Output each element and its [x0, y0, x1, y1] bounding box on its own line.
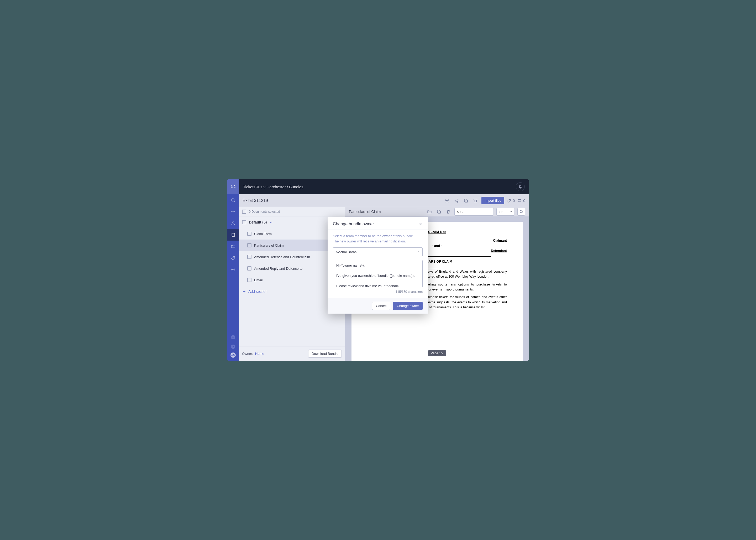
comments-count-value: 0	[523, 199, 525, 203]
download-bundle-button[interactable]: Download Bundle	[308, 349, 342, 358]
page-indicator: Page 1/2	[428, 350, 446, 356]
timeline-icon	[231, 209, 236, 214]
svg-rect-4	[231, 211, 235, 212]
tags-count[interactable]: 0	[507, 199, 515, 203]
doc-claimant-label: Claimant	[493, 238, 507, 243]
svg-rect-16	[465, 200, 468, 202]
document-label: Email	[254, 278, 263, 282]
gear-icon	[231, 267, 236, 272]
change-owner-modal: Change bundle owner Select a team member…	[328, 217, 428, 314]
char-count: 115/150 characters	[333, 290, 423, 294]
tags-count-value: 0	[513, 199, 515, 203]
viewer-toolbar: Particulars of Claim Fit	[345, 207, 529, 216]
owner-label: Owner:	[242, 352, 253, 356]
modal-desc-1: Select a team member to be the owner of …	[333, 233, 423, 239]
search-icon	[519, 209, 523, 214]
search-icon	[231, 198, 236, 202]
change-owner-button[interactable]: Change owner	[393, 302, 423, 310]
notebook-icon	[231, 232, 236, 237]
cancel-button[interactable]: Cancel	[372, 302, 390, 310]
folder-icon	[427, 209, 432, 214]
owner-select[interactable]: Avichai Baras	[333, 247, 423, 256]
zoom-select[interactable]: Fit	[496, 208, 515, 215]
archive-button[interactable]	[472, 197, 479, 204]
nav-tags[interactable]	[227, 252, 239, 264]
modal-close-button[interactable]	[418, 222, 423, 226]
owner-select-value: Avichai Baras	[336, 250, 357, 254]
svg-point-20	[520, 210, 522, 213]
svg-point-5	[232, 222, 234, 223]
breadcrumb[interactable]: TicketsRus v Harchester / Bundles	[243, 185, 303, 189]
document-checkbox[interactable]	[247, 255, 252, 259]
svg-point-18	[509, 200, 510, 200]
viewer-doc-title: Particulars of Claim	[349, 209, 380, 214]
modal-desc-2: The new owner will receive an email noti…	[333, 239, 423, 244]
document-checkbox[interactable]	[247, 243, 252, 247]
nav-search[interactable]	[227, 195, 239, 206]
svg-rect-19	[438, 211, 441, 213]
tag-icon	[507, 199, 511, 203]
svg-point-8	[232, 269, 234, 270]
person-icon	[231, 221, 236, 226]
caret-down-icon	[510, 210, 512, 213]
document-checkbox[interactable]	[247, 266, 252, 271]
nav-people[interactable]	[227, 217, 239, 229]
owner-message-input[interactable]	[333, 260, 423, 287]
document-label: Particulars of Claim	[254, 243, 284, 247]
copy-icon	[464, 198, 468, 203]
svg-text:?: ?	[232, 345, 234, 348]
bundle-title: Exibit 311219	[243, 198, 268, 203]
section-checkbox[interactable]	[242, 220, 246, 224]
nav-folders[interactable]	[227, 241, 239, 252]
copy-icon	[437, 209, 441, 214]
document-checkbox[interactable]	[247, 278, 252, 282]
svg-rect-17	[474, 199, 477, 200]
chevron-up-icon	[269, 220, 273, 224]
caret-down-icon	[417, 251, 420, 253]
tag-icon	[231, 256, 236, 260]
doc-and: - and -	[432, 244, 442, 248]
settings-button[interactable]	[444, 197, 451, 204]
add-section-label: Add section	[248, 289, 268, 294]
document-checkbox[interactable]	[247, 232, 252, 236]
nav-bundles[interactable]	[227, 229, 239, 241]
page-range-input[interactable]	[454, 208, 494, 215]
copy-button[interactable]	[463, 197, 469, 204]
notifications-button[interactable]	[516, 182, 525, 191]
nav-add[interactable]	[227, 334, 239, 341]
plus-circle-icon	[231, 335, 236, 340]
section-name: Default (5)	[249, 220, 267, 224]
document-label: Claim Form	[254, 232, 272, 236]
svg-point-12	[447, 200, 448, 201]
folder-icon	[231, 244, 236, 249]
viewer-search-button[interactable]	[517, 208, 525, 215]
nav-help[interactable]: ?	[227, 343, 239, 350]
help-icon: ?	[231, 344, 236, 349]
modal-title: Change bundle owner	[333, 222, 418, 226]
bell-icon	[518, 185, 522, 189]
viewer-folder-button[interactable]	[426, 208, 433, 215]
nav-settings[interactable]	[227, 264, 239, 275]
share-icon	[454, 198, 459, 203]
close-icon	[418, 222, 423, 226]
app-window: ? AB TicketsRus v Harchester / Bundles E…	[227, 179, 529, 361]
plus-icon	[242, 289, 246, 294]
left-nav-rail: ? AB	[227, 179, 239, 361]
trash-icon	[446, 209, 451, 214]
bundle-toolbar: Exibit 311219 Import files 0 0	[239, 195, 529, 207]
archive-icon	[473, 198, 478, 203]
import-files-button[interactable]: Import files	[482, 197, 504, 204]
select-all-checkbox[interactable]	[242, 209, 246, 214]
owner-link[interactable]: Name	[255, 352, 264, 356]
nav-timeline[interactable]	[227, 206, 239, 217]
comments-count[interactable]: 0	[517, 199, 525, 203]
share-button[interactable]	[453, 197, 460, 204]
doc-defendant-label: Defendant	[491, 248, 507, 253]
viewer-copy-button[interactable]	[435, 208, 442, 215]
comment-icon	[517, 199, 522, 203]
viewer-delete-button[interactable]	[445, 208, 452, 215]
svg-rect-6	[232, 233, 235, 236]
user-avatar[interactable]: AB	[231, 352, 236, 358]
owner-bar: Owner: Name Download Bundle	[239, 346, 345, 361]
selection-bar: 0 Documents selected	[239, 207, 345, 216]
